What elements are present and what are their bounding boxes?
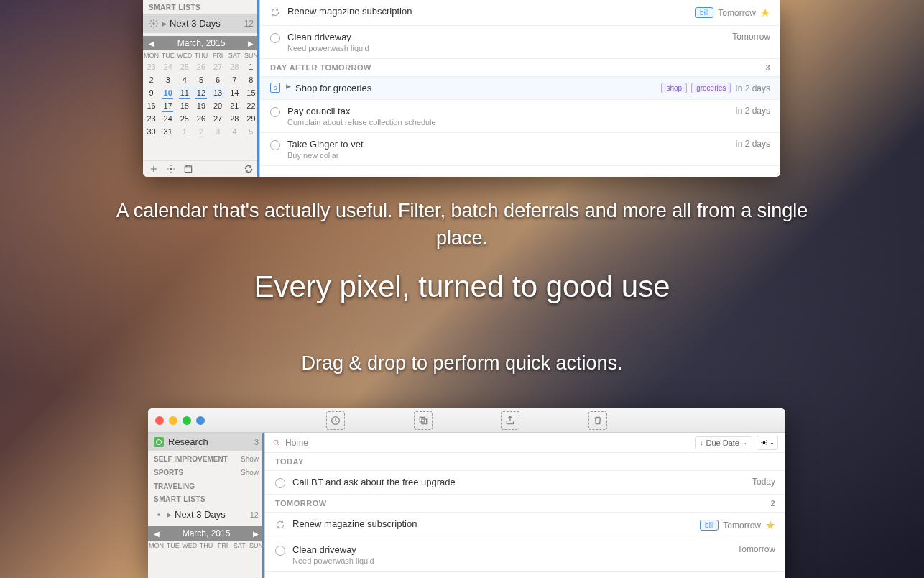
sidebar-item-next3days[interactable]: ▶ Next 3 Days 12 [148,505,264,523]
star-icon[interactable]: ★ [765,518,775,532]
task-due: Tomorrow [723,520,761,531]
calendar-day[interactable]: 4 [226,125,243,138]
calendar-day[interactable]: 8 [243,73,259,86]
calendar-day[interactable]: 28 [226,60,243,73]
task-meta: In 2 days [735,106,770,116]
sidebar-item-research[interactable]: Research 3 [148,433,264,451]
plus-icon[interactable] [149,164,159,174]
sidebar-category[interactable]: SPORTSShow [148,464,264,478]
sidebar-category[interactable]: TRAVELING [148,478,264,492]
svg-point-6 [157,513,160,516]
calendar-day[interactable]: 25 [176,112,193,125]
calendar-day[interactable]: 2 [143,73,160,86]
calendar-prev-button[interactable]: ◀ [154,530,160,538]
calendar-day[interactable]: 2 [193,125,209,138]
calendar-day[interactable]: 3 [210,125,226,138]
calendar-day[interactable]: 23 [143,60,160,73]
category-show[interactable]: Show [241,469,259,477]
calendar-day[interactable]: 13 [210,86,226,99]
calendar-day[interactable]: 6 [210,73,226,86]
calendar-day[interactable]: 20 [210,99,226,112]
calendar-day[interactable]: 27 [210,60,226,73]
list-icon: s [270,83,280,93]
calendar-day[interactable]: 23 [143,112,160,125]
tag-bill[interactable]: bill [695,7,713,18]
calendar-next-button[interactable]: ▶ [248,40,254,47]
svg-point-7 [274,440,278,444]
checkbox[interactable] [270,33,280,43]
checkbox[interactable] [270,107,280,117]
calendar-day[interactable]: 3 [160,73,176,86]
checkbox[interactable] [270,140,280,150]
calendar-day[interactable]: 24 [160,60,176,73]
delete-dropzone[interactable] [588,411,607,430]
calendar-day[interactable]: 4 [176,73,193,86]
repeat-icon[interactable] [275,520,285,530]
calendar-day[interactable]: 21 [226,99,243,112]
checkbox[interactable] [275,546,285,556]
calendar-day[interactable]: 5 [193,73,209,86]
calendar-day[interactable]: 16 [143,99,160,112]
task-title: Renew magazine subscription [292,518,700,529]
calendar-prev-button[interactable]: ◀ [149,40,154,47]
todo-window-top: SMART LISTS ▶ Next 3 Days 12 ◀ March, 20… [143,0,780,177]
calendar-day[interactable]: 25 [176,60,193,73]
calendar-day[interactable]: 7 [226,73,243,86]
task-section-header: TODAY [265,453,785,471]
calendar-dayname: SAT [226,50,243,60]
task-row[interactable]: Renew magazine subscriptionbillTomorrow★ [265,513,785,538]
tag-groceries[interactable]: groceries [691,83,731,93]
checkbox[interactable] [275,478,285,488]
task-row[interactable]: Call BT and ask about the free upgradeTo… [265,471,785,495]
calendar-day[interactable]: 9 [143,86,160,99]
gear-dropdown-icon[interactable] [166,164,176,174]
calendar-day[interactable]: 30 [143,125,160,138]
share-dropzone[interactable] [501,411,519,430]
calendar-day[interactable]: 5 [243,125,259,138]
calendar-day[interactable]: 22 [243,99,259,112]
move-dropzone[interactable] [414,411,433,430]
calendar-day[interactable]: 1 [176,125,193,138]
expand-icon[interactable]: ▶ [286,83,291,90]
task-subtitle: Need powerwash liquid [292,556,737,565]
calendar-day[interactable]: 28 [226,112,243,125]
calendar-day[interactable]: 1 [243,60,259,73]
calendar-day[interactable]: 11 [176,86,193,99]
calendar-day[interactable]: 26 [193,112,209,125]
calendar-day[interactable]: 26 [193,60,209,73]
refresh-icon[interactable] [244,164,254,174]
calendar-day[interactable]: 18 [176,99,193,112]
calendar-day[interactable]: 17 [160,99,176,112]
calendar-day[interactable]: 12 [193,86,209,99]
display-options[interactable]: ☀⌄ [757,436,778,450]
task-row[interactable]: Clean drivewayNeed powerwash liquidTomor… [260,26,780,59]
sidebar-item-next3days[interactable]: ▶ Next 3 Days 12 [143,14,259,33]
task-row[interactable]: Pay council taxComplain about refuse col… [260,100,780,133]
section-count: 2 [770,499,775,508]
defer-dropzone[interactable] [326,411,345,430]
task-section-header: TOMORROW2 [265,495,785,513]
calendar-day[interactable]: 31 [160,125,176,138]
sidebar-category[interactable]: SELF IMPROVEMENTShow [148,451,264,464]
task-row[interactable]: Clean drivewayNeed powerwash liquidTomor… [265,538,785,572]
calendar-day[interactable]: 27 [210,112,226,125]
tag-bill[interactable]: bill [700,520,719,531]
task-row[interactable]: Take Ginger to vetBuy new collarIn 2 day… [260,133,780,166]
calendar-day[interactable]: 29 [243,112,259,125]
task-row[interactable]: s▶Shop for groceriesshopgroceriesIn 2 da… [260,77,780,100]
star-icon[interactable]: ★ [760,6,770,19]
calendar-icon[interactable] [183,164,193,174]
calendar-day[interactable]: 19 [193,99,209,112]
calendar-day[interactable]: 10 [160,86,176,99]
calendar-dayname: THU [193,50,209,60]
repeat-icon[interactable] [270,7,280,17]
calendar-day[interactable]: 14 [226,86,243,99]
category-show[interactable]: Show [241,455,259,463]
calendar-next-button[interactable]: ▶ [253,530,259,538]
calendar-day[interactable]: 24 [160,112,176,125]
tag-shop[interactable]: shop [661,83,687,93]
task-row[interactable]: Renew magazine subscriptionbillTomorrow★ [260,0,780,26]
calendar-day[interactable]: 15 [243,86,259,99]
breadcrumb[interactable]: Home [285,438,690,448]
sort-dropdown[interactable]: ↓ Due Date ⌄ [695,436,752,449]
